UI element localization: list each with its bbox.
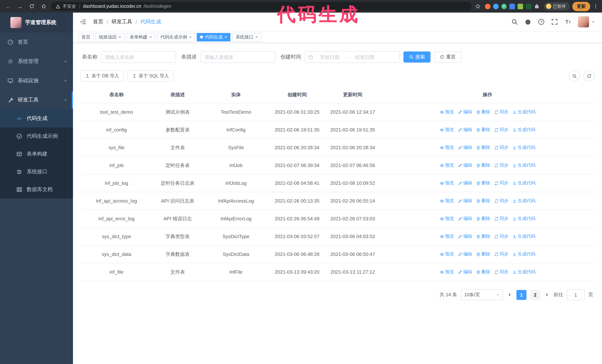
- date-range-picker[interactable]: -: [305, 51, 400, 63]
- font-size-icon[interactable]: [565, 19, 571, 25]
- browser-home-button[interactable]: [39, 2, 48, 11]
- tab-codegen-active[interactable]: 代码生成×: [197, 33, 230, 41]
- table-name-input[interactable]: [101, 51, 176, 63]
- preview-link[interactable]: 预览: [440, 251, 454, 257]
- sidebar-item-dev-tools[interactable]: 研发工具: [0, 90, 73, 110]
- sidebar-item-home[interactable]: 首页: [0, 32, 73, 52]
- generate-code-link[interactable]: 生成代码: [512, 269, 536, 275]
- fullscreen-icon[interactable]: [551, 19, 558, 25]
- breadcrumb-item-home[interactable]: 首页: [93, 19, 103, 25]
- edit-link[interactable]: 编辑: [458, 127, 472, 133]
- import-db-button[interactable]: 基于 DB 导入: [80, 70, 124, 82]
- preview-link[interactable]: 预览: [440, 180, 454, 186]
- preview-link[interactable]: 预览: [440, 233, 454, 239]
- delete-link[interactable]: 删除: [476, 251, 490, 257]
- sync-link[interactable]: 同步: [494, 233, 508, 239]
- sync-link[interactable]: 同步: [494, 216, 508, 222]
- sync-link[interactable]: 同步: [494, 162, 508, 168]
- browser-update-button[interactable]: 更新: [572, 2, 590, 11]
- extensions-puzzle-icon[interactable]: [534, 3, 540, 9]
- delete-link[interactable]: 删除: [476, 269, 490, 275]
- tab-close-icon[interactable]: ×: [255, 35, 258, 39]
- delete-link[interactable]: 删除: [476, 162, 490, 168]
- sidebar-item-codegen[interactable]: 代码生成: [0, 110, 73, 127]
- goto-page-input[interactable]: [567, 289, 585, 300]
- table-desc-input[interactable]: [200, 51, 275, 63]
- delete-link[interactable]: 删除: [476, 198, 490, 204]
- extension-icon-orange[interactable]: [485, 3, 490, 9]
- help-icon[interactable]: [538, 19, 545, 25]
- edit-link[interactable]: 编辑: [458, 216, 472, 222]
- sidebar-item-form-builder[interactable]: 表单构建: [0, 145, 73, 163]
- edit-link[interactable]: 编辑: [458, 180, 472, 186]
- browser-address-bar[interactable]: 不安全 | dashboard.yudao.iocoder.cn/tool/co…: [51, 2, 472, 11]
- tab-close-icon[interactable]: ×: [189, 35, 192, 39]
- preview-link[interactable]: 预览: [440, 269, 454, 275]
- sidebar-item-system-management[interactable]: 系统管理: [0, 52, 73, 71]
- user-menu[interactable]: [578, 16, 595, 27]
- delete-link[interactable]: 删除: [476, 216, 490, 222]
- github-icon[interactable]: [525, 19, 531, 25]
- preview-link[interactable]: 预览: [440, 162, 454, 168]
- sidebar-item-system-api[interactable]: 系统接口: [0, 163, 73, 181]
- page-button-2[interactable]: 2: [530, 290, 540, 300]
- delete-link[interactable]: 删除: [476, 145, 490, 151]
- preview-link[interactable]: 预览: [440, 109, 454, 115]
- extension-icon-people[interactable]: [509, 3, 515, 9]
- preview-link[interactable]: 预览: [440, 127, 454, 133]
- sync-link[interactable]: 同步: [494, 109, 508, 115]
- toggle-search-button[interactable]: [569, 70, 580, 82]
- edit-link[interactable]: 编辑: [458, 269, 472, 275]
- sidebar-item-db-doc[interactable]: 数据库文档: [0, 181, 73, 198]
- extension-icon-green-v[interactable]: V: [501, 3, 507, 9]
- sync-link[interactable]: 同步: [494, 145, 508, 151]
- generate-code-link[interactable]: 生成代码: [512, 162, 536, 168]
- generate-code-link[interactable]: 生成代码: [512, 198, 536, 204]
- tab-home[interactable]: 首页: [78, 33, 94, 41]
- sync-link[interactable]: 同步: [494, 180, 508, 186]
- search-icon[interactable]: [511, 19, 518, 25]
- start-date-input[interactable]: [314, 54, 345, 60]
- breadcrumb-item-dev-tools[interactable]: 研发工具: [111, 19, 132, 25]
- sync-link[interactable]: 同步: [494, 269, 508, 275]
- prev-page-icon[interactable]: [507, 292, 513, 297]
- import-sql-button[interactable]: 基于 SQL 导入: [128, 70, 174, 82]
- preview-link[interactable]: 预览: [440, 145, 454, 151]
- tab-close-icon[interactable]: ×: [149, 35, 152, 39]
- search-button[interactable]: 搜索: [403, 52, 430, 62]
- refresh-table-button[interactable]: [583, 70, 595, 82]
- delete-link[interactable]: 删除: [476, 180, 490, 186]
- tab-close-icon[interactable]: ×: [118, 35, 121, 39]
- extension-icon-lime[interactable]: [517, 3, 523, 9]
- delete-link[interactable]: 删除: [476, 233, 490, 239]
- generate-code-link[interactable]: 生成代码: [512, 109, 536, 115]
- page-size-select[interactable]: 10条/页: [461, 289, 503, 300]
- edit-link[interactable]: 编辑: [458, 233, 472, 239]
- generate-code-link[interactable]: 生成代码: [512, 251, 536, 257]
- delete-link[interactable]: 删除: [476, 127, 490, 133]
- browser-forward-button[interactable]: →: [16, 2, 24, 11]
- tab-close-icon[interactable]: ×: [225, 35, 227, 39]
- generate-code-link[interactable]: 生成代码: [512, 180, 536, 186]
- generate-code-link[interactable]: 生成代码: [512, 145, 536, 151]
- sidebar-item-infrastructure[interactable]: 基础设施: [0, 71, 73, 90]
- browser-reload-button[interactable]: [27, 2, 36, 11]
- browser-back-button[interactable]: ←: [4, 2, 13, 11]
- extension-icon-dark-green[interactable]: [526, 3, 531, 9]
- extension-icon-blue[interactable]: [493, 3, 498, 9]
- bookmark-star-icon[interactable]: [475, 4, 480, 9]
- generate-code-link[interactable]: 生成代码: [512, 127, 536, 133]
- sync-link[interactable]: 同步: [494, 127, 508, 133]
- edit-link[interactable]: 编辑: [458, 162, 472, 168]
- sidebar-fold-icon[interactable]: [80, 19, 86, 25]
- edit-link[interactable]: 编辑: [458, 198, 472, 204]
- delete-link[interactable]: 删除: [476, 109, 490, 115]
- tab-tracing[interactable]: 链路追踪×: [96, 33, 124, 41]
- end-date-input[interactable]: [350, 54, 380, 60]
- tab-form-builder[interactable]: 表单构建×: [126, 33, 155, 41]
- edit-link[interactable]: 编辑: [458, 251, 472, 257]
- preview-link[interactable]: 预览: [440, 216, 454, 222]
- preview-link[interactable]: 预览: [440, 198, 454, 204]
- edit-link[interactable]: 编辑: [458, 109, 472, 115]
- edit-link[interactable]: 编辑: [458, 145, 472, 151]
